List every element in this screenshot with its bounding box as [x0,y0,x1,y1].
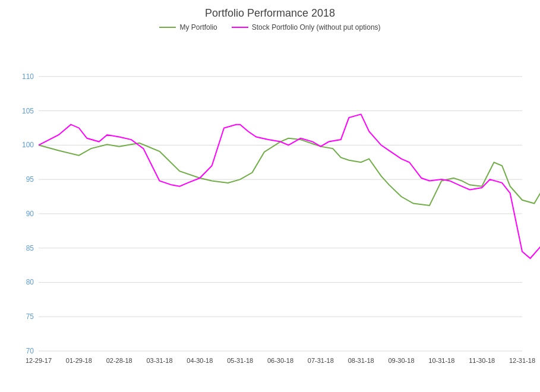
svg-text:03-31-18: 03-31-18 [146,357,172,364]
svg-text:105: 105 [22,107,34,115]
svg-text:12-31-18: 12-31-18 [509,357,535,364]
svg-text:80: 80 [26,278,34,286]
svg-text:12-29-17: 12-29-17 [26,357,52,364]
svg-text:75: 75 [26,312,34,321]
legend-line-stock [232,27,248,28]
chart-container: Portfolio Performance 2018 My Portfolio … [0,0,540,392]
chart-title: Portfolio Performance 2018 [0,0,540,23]
svg-text:100: 100 [22,141,34,149]
svg-text:70: 70 [26,347,34,355]
legend-line-portfolio [159,27,176,28]
legend-label-portfolio: My Portfolio [179,23,217,31]
svg-text:90: 90 [26,210,34,218]
svg-text:08-31-18: 08-31-18 [348,357,374,364]
legend-item-portfolio: My Portfolio [159,23,217,31]
legend: My Portfolio Stock Portfolio Only (witho… [0,23,540,31]
svg-text:02-28-18: 02-28-18 [106,357,132,364]
svg-text:10-31-18: 10-31-18 [428,357,454,364]
svg-text:01-29-18: 01-29-18 [66,357,92,364]
svg-text:95: 95 [26,175,34,184]
svg-text:06-30-18: 06-30-18 [267,357,293,364]
svg-text:04-30-18: 04-30-18 [187,357,213,364]
svg-text:85: 85 [26,244,34,252]
svg-text:09-30-18: 09-30-18 [388,357,414,364]
legend-label-stock: Stock Portfolio Only (without put option… [252,23,381,31]
svg-text:07-31-18: 07-31-18 [308,357,334,364]
chart-svg: 70758085909510010511012-29-1701-29-1802-… [0,36,540,387]
svg-text:110: 110 [22,72,34,81]
legend-item-stock: Stock Portfolio Only (without put option… [232,23,381,31]
svg-text:05-31-18: 05-31-18 [227,357,253,364]
svg-text:11-30-18: 11-30-18 [469,357,495,364]
